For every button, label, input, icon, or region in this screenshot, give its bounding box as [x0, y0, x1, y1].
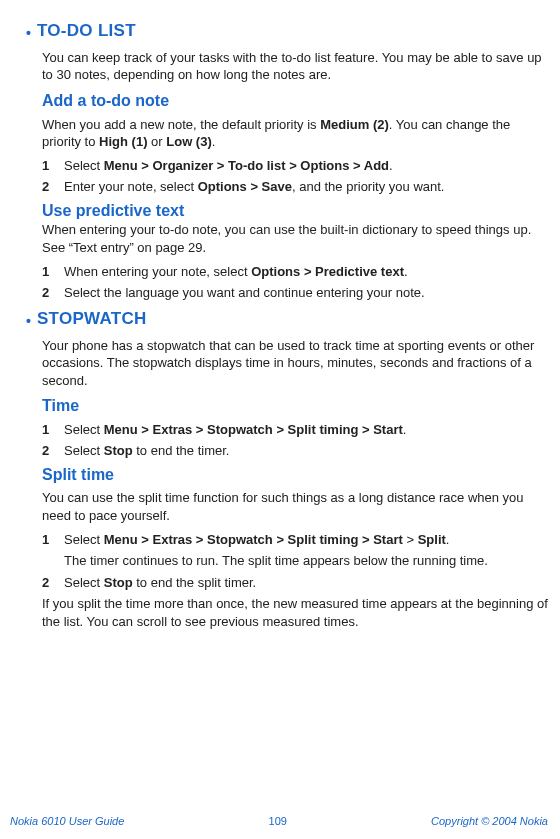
- t: Menu > Extras > Stopwatch > Split timing…: [104, 532, 403, 547]
- step-number: 1: [42, 157, 64, 175]
- t: .: [212, 134, 216, 149]
- section-title-stopwatch: STOPWATCH: [37, 308, 147, 331]
- bullet-icon: •: [26, 26, 31, 40]
- t: High (1): [99, 134, 147, 149]
- step-number: 1: [42, 531, 64, 549]
- section-todo-header: • TO-DO LIST: [26, 20, 550, 43]
- t: Stop: [104, 575, 133, 590]
- t: .: [389, 158, 393, 173]
- t: Options > Save: [198, 179, 292, 194]
- t: .: [403, 422, 407, 437]
- pred-step2: 2 Select the language you want and conti…: [42, 284, 550, 302]
- t: Menu > Extras > Stopwatch > Split timing…: [104, 422, 403, 437]
- step-text: Select Menu > Organizer > To-do list > O…: [64, 157, 550, 175]
- add-step1: 1 Select Menu > Organizer > To-do list >…: [42, 157, 550, 175]
- step-number: 2: [42, 178, 64, 196]
- t: Enter your note, select: [64, 179, 198, 194]
- time-step2: 2 Select Stop to end the timer.: [42, 442, 550, 460]
- time-step1: 1 Select Menu > Extras > Stopwatch > Spl…: [42, 421, 550, 439]
- split-step2: 2 Select Stop to end the split timer.: [42, 574, 550, 592]
- t: Select: [64, 422, 104, 437]
- t: Select: [64, 158, 104, 173]
- t: When entering your note, select: [64, 264, 251, 279]
- footer-page: 109: [269, 814, 287, 829]
- t: Select: [64, 443, 104, 458]
- t: .: [446, 532, 450, 547]
- step-text: Select Menu > Extras > Stopwatch > Split…: [64, 531, 550, 549]
- t: Split: [418, 532, 446, 547]
- t: Options > Predictive text: [251, 264, 404, 279]
- split-intro: You can use the split time function for …: [42, 489, 550, 524]
- step-text: When entering your note, select Options …: [64, 263, 550, 281]
- t: Medium (2): [320, 117, 389, 132]
- sub-add-title: Add a to-do note: [42, 90, 550, 112]
- stop-intro: Your phone has a stopwatch that can be u…: [42, 337, 550, 390]
- step-number: 1: [42, 263, 64, 281]
- t: Select: [64, 575, 104, 590]
- step-text: Select Menu > Extras > Stopwatch > Split…: [64, 421, 550, 439]
- sub-time-title: Time: [42, 395, 550, 417]
- step-number: 2: [42, 284, 64, 302]
- t: Menu > Organizer > To-do list > Options …: [104, 158, 389, 173]
- t: Low (3): [166, 134, 212, 149]
- add-para: When you add a new note, the default pri…: [42, 116, 550, 151]
- step-text: Enter your note, select Options > Save, …: [64, 178, 550, 196]
- step-number: 1: [42, 421, 64, 439]
- page-footer: Nokia 6010 User Guide 109 Copyright © 20…: [0, 814, 554, 829]
- split-step1: 1 Select Menu > Extras > Stopwatch > Spl…: [42, 531, 550, 549]
- split-note: The timer continues to run. The split ti…: [64, 552, 550, 570]
- section-title-todo: TO-DO LIST: [37, 20, 136, 43]
- add-step2: 2 Enter your note, select Options > Save…: [42, 178, 550, 196]
- todo-intro: You can keep track of your tasks with th…: [42, 49, 550, 84]
- sub-split-title: Split time: [42, 464, 550, 486]
- step-text: Select the language you want and continu…: [64, 284, 550, 302]
- sub-pred-title: Use predictive text: [42, 200, 550, 222]
- step-text: Select Stop to end the split timer.: [64, 574, 550, 592]
- pred-step1: 1 When entering your note, select Option…: [42, 263, 550, 281]
- pred-intro: When entering your to-do note, you can u…: [42, 221, 550, 256]
- t: , and the priority you want.: [292, 179, 444, 194]
- t: When you add a new note, the default pri…: [42, 117, 320, 132]
- step-text: Select Stop to end the timer.: [64, 442, 550, 460]
- section-stopwatch-header: • STOPWATCH: [26, 308, 550, 331]
- t: to end the split timer.: [133, 575, 257, 590]
- t: to end the timer.: [133, 443, 230, 458]
- footer-right: Copyright © 2004 Nokia: [431, 814, 548, 829]
- step-number: 2: [42, 442, 64, 460]
- step-number: 2: [42, 574, 64, 592]
- bullet-icon: •: [26, 314, 31, 328]
- split-tail: If you split the time more than once, th…: [42, 595, 550, 630]
- t: .: [404, 264, 408, 279]
- t: Select: [64, 532, 104, 547]
- t: Stop: [104, 443, 133, 458]
- footer-left: Nokia 6010 User Guide: [10, 814, 124, 829]
- t: >: [403, 532, 418, 547]
- t: or: [147, 134, 166, 149]
